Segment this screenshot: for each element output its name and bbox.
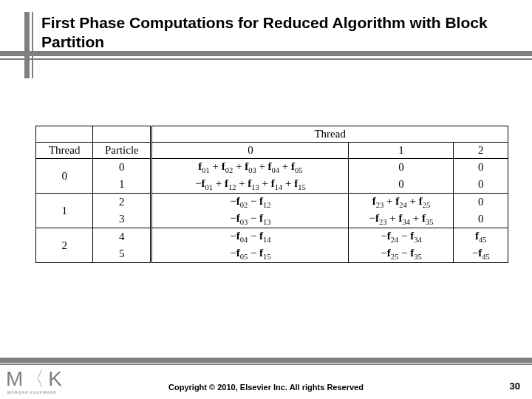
table-row: 24−f04 − f14−f24 − f34f45 bbox=[36, 228, 508, 246]
cell-particle: 5 bbox=[93, 245, 151, 263]
header-vrule-thick bbox=[24, 12, 30, 78]
cell-c0: −f05 − f15 bbox=[151, 245, 349, 263]
cell-particle: 3 bbox=[93, 211, 151, 228]
footer: M 〈 K MORGAN KAUFMANN Copyright © 2010, … bbox=[0, 358, 532, 399]
cell-particle: 1 bbox=[93, 176, 151, 194]
page-number: 30 bbox=[510, 381, 520, 392]
cell-c2: f45 bbox=[454, 228, 508, 246]
cell-c1: 0 bbox=[349, 159, 454, 177]
cell-c2: 0 bbox=[454, 159, 508, 177]
hdr-col1: 1 bbox=[349, 143, 454, 159]
hdr-col0: 0 bbox=[151, 143, 349, 159]
header-vrule-thin bbox=[32, 12, 33, 78]
cell-c1: −f24 − f34 bbox=[349, 228, 454, 246]
cell-c1: 0 bbox=[349, 176, 454, 194]
table-row: 1−f01 + f12 + f13 + f14 + f1500 bbox=[36, 176, 508, 194]
cell-c2: 0 bbox=[454, 176, 508, 194]
footer-rule-thick bbox=[0, 358, 532, 363]
cell-thread: 2 bbox=[36, 228, 93, 263]
table-row: 3−f03 − f13−f23 + f34 + f350 bbox=[36, 211, 508, 228]
copyright-text: Copyright © 2010, Elsevier Inc. All righ… bbox=[0, 383, 532, 392]
footer-rule-thin bbox=[0, 364, 532, 365]
hdr-empty-particle bbox=[93, 126, 151, 143]
cell-c2: −f45 bbox=[454, 245, 508, 263]
table: ThreadThreadParticle01200f01 + f02 + f03… bbox=[35, 126, 508, 263]
cell-particle: 2 bbox=[93, 194, 151, 211]
cell-particle: 0 bbox=[93, 159, 151, 177]
hdr-thread-span: Thread bbox=[151, 126, 508, 143]
computation-table: ThreadThreadParticle01200f01 + f02 + f03… bbox=[35, 126, 508, 263]
table-row: 12−f02 − f12f23 + f24 + f250 bbox=[36, 194, 508, 211]
header-hrule-thick bbox=[0, 51, 532, 56]
slide-title: First Phase Computations for Reduced Alg… bbox=[41, 13, 499, 52]
cell-thread: 0 bbox=[36, 159, 93, 194]
cell-c2: 0 bbox=[454, 211, 508, 228]
hdr-col2: 2 bbox=[454, 143, 508, 159]
cell-c0: f01 + f02 + f03 + f04 + f05 bbox=[151, 159, 349, 177]
cell-c0: −f03 − f13 bbox=[151, 211, 349, 228]
cell-c0: −f01 + f12 + f13 + f14 + f15 bbox=[151, 176, 349, 194]
slide: First Phase Computations for Reduced Alg… bbox=[0, 0, 532, 399]
table-row: 5−f05 − f15−f25 − f35−f45 bbox=[36, 245, 508, 263]
hdr-thread: Thread bbox=[36, 143, 93, 159]
cell-c2: 0 bbox=[454, 194, 508, 211]
cell-particle: 4 bbox=[93, 228, 151, 246]
cell-thread: 1 bbox=[36, 194, 93, 228]
hdr-particle: Particle bbox=[93, 143, 151, 159]
cell-c1: f23 + f24 + f25 bbox=[349, 194, 454, 211]
hdr-empty-thread bbox=[36, 126, 93, 143]
cell-c0: −f02 − f12 bbox=[151, 194, 349, 211]
table-row: 00f01 + f02 + f03 + f04 + f0500 bbox=[36, 159, 508, 177]
cell-c1: −f23 + f34 + f35 bbox=[349, 211, 454, 228]
cell-c1: −f25 − f35 bbox=[349, 245, 454, 263]
cell-c0: −f04 − f14 bbox=[151, 228, 349, 246]
header-hrule-thin bbox=[0, 58, 532, 60]
